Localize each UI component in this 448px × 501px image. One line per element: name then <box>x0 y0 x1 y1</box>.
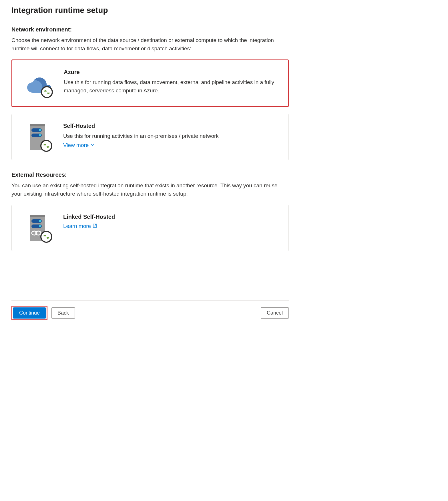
external-link-icon <box>93 223 97 229</box>
option-title-azure: Azure <box>64 69 279 75</box>
footer-button-bar: Continue Back Cancel <box>11 300 289 320</box>
page-title: Integration runtime setup <box>11 6 289 15</box>
continue-button-highlight: Continue <box>11 306 47 320</box>
back-button[interactable]: Back <box>51 307 75 319</box>
option-title-linked-self-hosted: Linked Self-Hosted <box>63 214 280 220</box>
sync-badge-icon <box>40 140 52 152</box>
linked-server-icon <box>23 214 52 242</box>
view-more-link[interactable]: View more <box>63 142 95 148</box>
svg-point-5 <box>39 134 41 136</box>
cancel-button[interactable]: Cancel <box>261 307 289 319</box>
external-section-description: You can use an existing self-hosted inte… <box>11 182 289 198</box>
option-description-self-hosted: Use this for running activities in an on… <box>63 132 280 140</box>
option-card-self-hosted[interactable]: Self-Hosted Use this for running activit… <box>11 114 289 160</box>
option-card-azure[interactable]: Azure Use this for running data flows, d… <box>11 59 289 107</box>
network-section-description: Choose the network environment of the da… <box>11 36 289 53</box>
svg-point-9 <box>39 220 41 222</box>
chevron-down-icon <box>90 142 95 148</box>
sync-badge-icon <box>40 231 52 243</box>
svg-point-11 <box>39 225 41 227</box>
svg-rect-1 <box>30 124 45 126</box>
server-icon <box>23 123 52 151</box>
svg-rect-7 <box>30 215 45 217</box>
option-title-self-hosted: Self-Hosted <box>63 123 280 129</box>
option-card-linked-self-hosted[interactable]: Linked Self-Hosted Learn more <box>11 205 289 251</box>
option-description-azure: Use this for running data flows, data mo… <box>64 78 279 95</box>
svg-point-3 <box>39 129 41 131</box>
network-section-heading: Network environment: <box>11 26 289 33</box>
external-section-heading: External Resources: <box>11 172 289 178</box>
continue-button[interactable]: Continue <box>13 307 46 319</box>
learn-more-link[interactable]: Learn more <box>63 223 97 229</box>
azure-cloud-icon <box>24 69 52 98</box>
sync-badge-icon <box>41 86 53 98</box>
